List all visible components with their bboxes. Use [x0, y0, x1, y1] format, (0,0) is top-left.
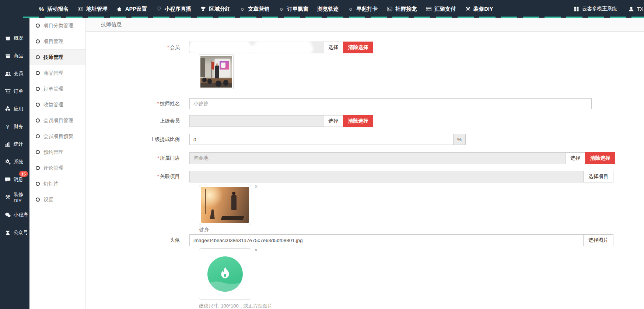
submenu-earnings-mgmt[interactable]: 收益管理	[29, 97, 85, 113]
nav-community-relay[interactable]: 社群接龙	[386, 6, 417, 13]
store-label: *所属门店	[86, 155, 189, 161]
avatar-label: 头像	[86, 237, 189, 244]
project-photo-thumbnail	[199, 185, 251, 225]
project-select-button[interactable]: 选择项目	[583, 171, 613, 182]
required-asterisk: *	[157, 101, 159, 106]
nav-label: 汇聚支付	[434, 6, 456, 13]
sidebar-label: 装修DIY	[14, 191, 29, 203]
sidebar-apps[interactable]: 应用	[0, 100, 29, 118]
submenu-order-mgmt[interactable]: 订单管理	[29, 81, 85, 97]
nav-article-marketing[interactable]: ○文章营销	[239, 6, 269, 13]
sidebar-stats[interactable]: 统计	[0, 135, 29, 153]
store-clear-button[interactable]: 清除选择	[585, 152, 615, 164]
sidebar-label: 小程序	[14, 212, 28, 218]
name-row: *技师姓名	[86, 98, 644, 109]
nav-label: 浏览轨迹	[317, 6, 339, 13]
radio-circle-icon	[36, 24, 40, 28]
technician-name-input[interactable]	[189, 98, 592, 109]
commission-ratio-row: 上级提成比例 %	[86, 134, 644, 145]
tab-technician-info[interactable]: 技师信息	[101, 21, 122, 28]
nav-miniprogram-live[interactable]: ♡小程序直播	[156, 6, 192, 13]
nav-huiju-pay[interactable]: 汇聚支付	[426, 6, 456, 13]
nav-address-mgmt[interactable]: 地址管理	[77, 6, 108, 13]
submenu-project-category[interactable]: 项目分类管理	[29, 18, 85, 33]
required-asterisk: *	[157, 174, 159, 179]
store-input[interactable]	[189, 152, 566, 164]
parent-clear-button[interactable]: 清除选择	[343, 115, 373, 127]
store-row: *所属门店 选择 清除选择	[86, 152, 644, 164]
related-project-row: *关联项目 选择项目	[86, 171, 644, 182]
submenu-label: 评论管理	[43, 165, 63, 171]
parent-select-button[interactable]: 选择	[323, 115, 343, 127]
sidebar-official-account[interactable]: 公众号	[0, 224, 29, 241]
sidebar-goods[interactable]: 商品	[0, 47, 29, 65]
gears-icon	[4, 159, 11, 165]
sidebar-orders[interactable]: 订单	[0, 82, 29, 100]
avatar-select-button[interactable]: 选择图片	[583, 234, 613, 246]
cart-icon	[4, 88, 11, 95]
member-select-button[interactable]: 选择	[323, 42, 343, 53]
avatar-path-input[interactable]	[189, 234, 584, 246]
radio-circle-icon	[36, 103, 40, 107]
apple-icon	[116, 6, 123, 12]
submenu-goods-mgmt[interactable]: 商品管理	[29, 65, 85, 81]
nav-region-dividend[interactable]: 区域分红	[200, 6, 230, 13]
nav-deco-diy[interactable]: ⚒装修DIY	[465, 6, 493, 13]
submenu-slides[interactable]: 幻灯片	[29, 176, 85, 192]
close-icon[interactable]: ×	[255, 184, 258, 189]
related-project-input[interactable]	[189, 171, 584, 182]
tabbar: 技师信息	[86, 18, 644, 32]
users-icon	[4, 70, 11, 77]
submenu-member-project-mgmt[interactable]: 会员项目管理	[29, 113, 85, 128]
sidebar-label: 公众号	[14, 229, 28, 236]
sidebar-deco-diy[interactable]: ⚒装修DIY	[0, 188, 29, 206]
parent-member-input[interactable]	[189, 115, 323, 127]
sidebar-overview[interactable]: 概况	[0, 29, 29, 47]
topbar-right: 云客多模王系统 TX	[573, 6, 644, 12]
sidebar-system[interactable]: 系统	[0, 153, 29, 171]
nav-label: 区域分红	[209, 6, 230, 13]
commission-ratio-input[interactable]	[189, 134, 454, 145]
user-menu[interactable]: TX	[628, 6, 643, 12]
nav-order-popup[interactable]: ○订单飘窗	[278, 6, 308, 13]
store-select-button[interactable]: 选择	[565, 152, 585, 164]
sidebar-messages[interactable]: 消息15	[0, 171, 29, 188]
cubes-icon	[4, 106, 11, 112]
submenu-label: 技师管理	[43, 54, 63, 61]
submenu-technician-mgmt[interactable]: 技师管理	[29, 49, 85, 65]
topnav-items: %活动报名地址管理APP设置♡小程序直播区域分红○文章营销○订单飘窗浏览轨迹○早…	[38, 6, 493, 13]
wechat-icon	[4, 212, 11, 218]
system-switcher[interactable]: 云客多模王系统	[573, 6, 617, 12]
submenu-booking-mgmt[interactable]: 预约管理	[29, 144, 85, 160]
submenu-project-mgmt[interactable]: 项目管理	[29, 33, 85, 49]
submenu-label: 预约管理	[43, 149, 63, 156]
sidebar-miniprogram[interactable]: 小程序	[0, 206, 29, 224]
nav-browse-track[interactable]: 浏览轨迹	[317, 6, 339, 13]
radio-circle-icon	[36, 39, 40, 43]
nav-app-settings[interactable]: APP设置	[116, 6, 147, 13]
gavel-icon: ⚒	[4, 194, 11, 200]
sidebar-label: 系统	[14, 159, 23, 165]
member-clear-button[interactable]: 清除选择	[343, 42, 373, 53]
submenu-label: 项目分类管理	[43, 22, 73, 29]
trophy-icon	[200, 6, 206, 12]
address-card-icon	[77, 6, 84, 12]
radio-circle-icon	[36, 55, 40, 59]
submenu-member-project-warning[interactable]: 会员项目预警	[29, 128, 85, 144]
username: TX	[637, 6, 643, 12]
related-project-label: *关联项目	[86, 173, 189, 180]
nav-early-checkin[interactable]: ○早起打卡	[347, 6, 378, 13]
submenu-comment-mgmt[interactable]: 评论管理	[29, 160, 85, 176]
required-asterisk: *	[157, 155, 159, 161]
submenu-settings[interactable]: 设置	[29, 192, 85, 207]
close-icon[interactable]: ×	[255, 248, 258, 253]
radio-circle-icon	[36, 118, 40, 122]
project-tag: 健身	[199, 227, 644, 233]
sidebar-finance[interactable]: ¥财务	[0, 118, 29, 135]
radio-circle-icon	[36, 87, 40, 91]
flame-logo	[207, 256, 243, 292]
sidebar-label: 订单	[14, 88, 23, 95]
radio-circle-icon	[36, 71, 40, 75]
nav-activity-signup[interactable]: %活动报名	[38, 6, 69, 13]
sidebar-members[interactable]: 会员	[0, 65, 29, 82]
